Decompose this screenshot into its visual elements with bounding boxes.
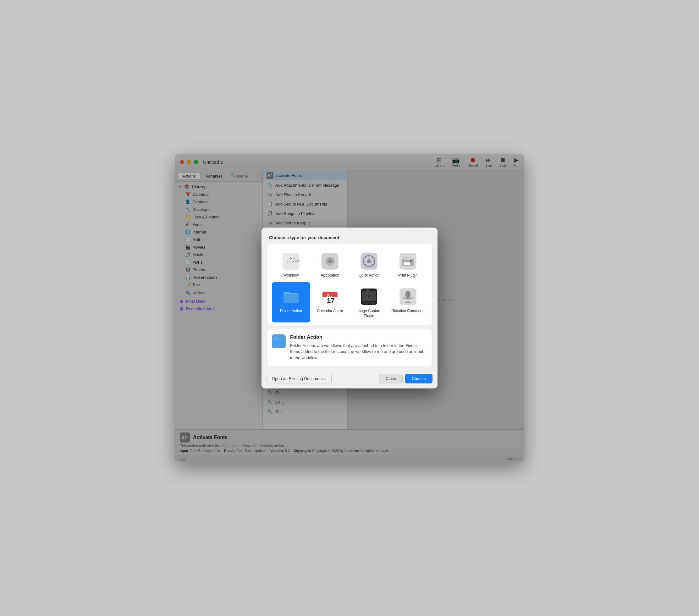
svg-point-14 [410,260,412,262]
modal-desc-title: Folder Action [290,335,427,340]
dictation-label: Dictation Command [391,309,424,314]
modal-item-print-plugin[interactable]: Print Plugin [389,247,427,282]
svg-rect-12 [404,257,410,260]
svg-text:JUL: JUL [327,294,332,297]
modal-footer: Open an Existing Document... Close Choos… [262,370,437,389]
modal-title: Choose a type for your document: [262,227,437,244]
svg-text:17: 17 [327,297,334,304]
modal-desc-folder-icon [272,335,286,348]
modal-desc-text: Folder Actions are workflows that are at… [290,343,427,361]
svg-rect-25 [363,302,375,304]
modal-dialog: Choose a type for your document: WFLOW [262,227,437,389]
main-window: Untitled 2 ⊞ Library 📷 Media ⏺ Record ⏭ … [175,154,524,462]
print-plugin-icon [398,252,418,271]
modal-type-grid: WFLOW Workflow [266,244,433,325]
image-capture-icon [359,287,379,306]
open-existing-button[interactable]: Open an Existing Document... [266,374,332,383]
application-icon [320,252,340,271]
modal-item-application[interactable]: Application [311,247,349,282]
folder-action-icon [281,287,301,306]
calendar-alarm-label: Calendar Alarm [317,309,343,314]
dictation-icon [398,287,418,306]
modal-item-workflow[interactable]: WFLOW Workflow [272,247,310,282]
svg-rect-28 [406,291,410,299]
image-capture-label: Image Capture Plugin [352,309,386,318]
svg-rect-13 [404,262,410,265]
folder-action-label: Folder Action [280,309,302,314]
svg-point-9 [367,259,371,263]
svg-rect-3 [287,255,293,261]
calendar-alarm-icon: 17 JUL [320,287,340,306]
modal-overlay: Choose a type for your document: WFLOW [175,154,524,462]
application-label: Application [321,273,340,278]
modal-item-image-capture[interactable]: Image Capture Plugin [350,282,388,322]
choose-button[interactable]: Choose [405,374,433,383]
quick-action-icon [359,252,379,271]
modal-description-panel: Folder Action Folder Actions are workflo… [266,329,433,366]
svg-point-24 [368,295,370,297]
svg-point-6 [328,259,332,263]
workflow-icon: WFLOW [281,252,301,271]
modal-desc-body: Folder Action Folder Actions are workflo… [290,335,427,361]
modal-item-calendar-alarm[interactable]: 17 JUL Calendar Alarm [311,282,349,322]
close-button[interactable]: Close [379,374,403,383]
modal-item-folder-action[interactable]: Folder Action [272,282,310,322]
print-plugin-label: Print Plugin [398,273,418,278]
modal-action-buttons: Close Choose [379,374,433,383]
workflow-label: Workflow [283,273,299,278]
modal-item-dictation[interactable]: Dictation Command [389,282,427,322]
quick-action-label: Quick Action [359,273,380,278]
modal-item-quick-action[interactable]: Quick Action [350,247,388,282]
svg-rect-26 [366,290,370,291]
